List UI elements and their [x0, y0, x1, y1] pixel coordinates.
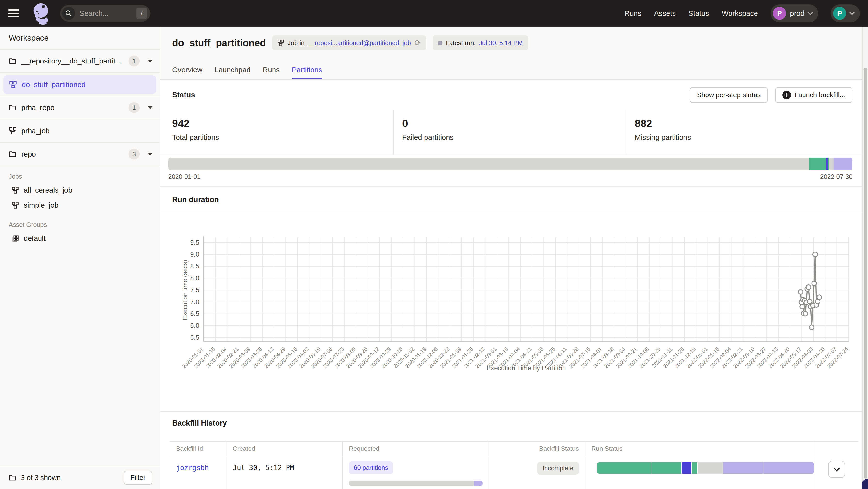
backfill-id-link[interactable]: jozrgsbh [176, 464, 209, 472]
nav-status[interactable]: Status [688, 9, 709, 18]
svg-text:6.5: 6.5 [190, 310, 199, 318]
sidebar-item-all-cereals-job[interactable]: all_cereals_job [0, 183, 159, 198]
stat-failed-partitions: 0 Failed partitions [394, 110, 626, 155]
sidebar-item-repository[interactable]: __repository__do_stuff_partitio... 1 [0, 50, 159, 73]
svg-text:8.5: 8.5 [190, 263, 199, 270]
nav-runs[interactable]: Runs [624, 9, 641, 18]
tab-overview[interactable]: Overview [172, 66, 203, 79]
tab-runs[interactable]: Runs [263, 66, 280, 79]
folder-icon [9, 150, 17, 158]
main-content: do_stuff_partitioned Job in __reposi...a… [160, 27, 862, 489]
col-created: Created [226, 442, 343, 456]
expand-caret-icon[interactable] [148, 60, 152, 63]
asset-group-icon [12, 235, 19, 242]
partition-start-date: 2020-01-01 [168, 173, 200, 181]
sidebar-item-prha-repo[interactable]: prha_repo 1 [0, 96, 159, 120]
job-icon [9, 81, 17, 89]
sidebar-item-simple-job[interactable]: simple_job [0, 198, 159, 213]
cell-actions [814, 456, 858, 489]
filter-button[interactable]: Filter [124, 470, 152, 485]
svg-text:Execution time (secs): Execution time (secs) [182, 260, 189, 320]
count-badge: 3 [128, 149, 140, 159]
run-status-dot-icon [438, 41, 442, 45]
cell-run-status [585, 456, 814, 489]
col-backfill-id: Backfill Id [170, 442, 226, 456]
latest-run-link[interactable]: Jul 30, 5:14 PM [479, 39, 523, 47]
cell-backfill-status: Incomplete [488, 456, 585, 489]
row-expand-button[interactable] [828, 461, 845, 478]
show-per-step-status-button[interactable]: Show per-step status [689, 87, 768, 103]
expand-caret-icon[interactable] [148, 106, 152, 109]
sidebar-title: Workspace [0, 27, 159, 50]
chevron-down-icon [834, 465, 840, 471]
launch-backfill-button[interactable]: Launch backfill... [775, 87, 852, 103]
svg-text:9.0: 9.0 [190, 251, 199, 258]
tab-launchpad[interactable]: Launchpad [215, 66, 250, 79]
status-buttons: Show per-step status Launch backfill... [689, 87, 852, 103]
topbar-right: Runs Assets Status Workspace P prod P [624, 4, 860, 22]
svg-text:Execution Time by Partition: Execution Time by Partition [486, 364, 566, 372]
tab-bar: Overview Launchpad Runs Partitions [172, 66, 322, 79]
svg-text:9.5: 9.5 [190, 239, 199, 246]
tab-partitions[interactable]: Partitions [292, 66, 322, 79]
folder-icon [9, 57, 17, 65]
user-menu[interactable]: P [831, 4, 860, 22]
topbar-left: Search... / [8, 2, 150, 25]
plus-circle-icon [782, 91, 791, 99]
deployment-switcher[interactable]: P prod [771, 4, 818, 22]
requested-progress-bar [349, 481, 483, 486]
requested-partitions-pill[interactable]: 60 partitions [349, 461, 393, 474]
partition-stats-row: 942 Total partitions 0 Failed partitions… [160, 110, 862, 155]
status-section-title: Status [172, 91, 689, 99]
partition-status-bar[interactable] [168, 158, 852, 170]
vertical-scrollbar [862, 27, 868, 489]
backfill-history-section: Backfill History Backfill Id Created Req… [160, 412, 862, 489]
expand-caret-icon[interactable] [148, 153, 152, 156]
job-icon [9, 127, 17, 135]
status-header-row: Status Show per-step status Launch backf… [160, 80, 862, 110]
page-header: do_stuff_partitioned Job in __reposi...a… [160, 27, 862, 80]
col-backfill-status: Backfill Status [488, 442, 585, 456]
job-location-link[interactable]: __reposi...artitioned@partitioned_job [308, 39, 411, 47]
deployment-avatar: P [773, 7, 786, 20]
folder-icon [9, 104, 17, 111]
dagster-logo-icon[interactable] [31, 2, 53, 25]
backfill-history-title: Backfill History [160, 412, 862, 427]
jobs-section: Jobs all_cereals_job simple_job [0, 166, 159, 214]
app-window: Search... / Runs Assets Status Workspace… [0, 0, 868, 489]
col-run-status: Run Status [585, 442, 814, 456]
nav-workspace[interactable]: Workspace [721, 9, 758, 18]
search-icon [62, 7, 75, 20]
run-status-bar[interactable] [597, 462, 814, 474]
asset-groups-section-label: Asset Groups [9, 221, 159, 229]
job-icon [277, 39, 284, 46]
sidebar-item-repo[interactable]: repo 3 [0, 143, 159, 166]
folder-icon [9, 474, 17, 482]
job-in-label: Job in [287, 39, 304, 47]
backfill-table: Backfill Id Created Requested Backfill S… [170, 441, 858, 489]
svg-text:5.5: 5.5 [190, 334, 199, 341]
nav-assets[interactable]: Assets [654, 9, 676, 18]
scrollbar-thumb[interactable] [864, 68, 867, 479]
hamburger-menu-icon[interactable] [8, 5, 24, 21]
chevron-down-icon [849, 9, 855, 15]
sidebar-item-do-stuff-partitioned-wrap: do_stuff_partitioned [0, 73, 159, 96]
table-row: jozrgsbh Jul 30, 5:12 PM 60 partitions 2… [170, 456, 858, 489]
execution-time-chart: 2020-01-012020-01-182020-02-042020-02-21… [182, 213, 858, 383]
sidebar-item-default-asset-group[interactable]: default [0, 231, 159, 246]
search-placeholder: Search... [75, 9, 136, 18]
svg-text:8.0: 8.0 [190, 274, 199, 282]
shown-count-text: 3 of 3 shown [21, 474, 119, 482]
count-badge: 1 [128, 102, 140, 113]
search-input[interactable]: Search... / [60, 5, 150, 22]
cell-requested: 60 partitions 2020-01-01 2022-07-30 [343, 456, 488, 489]
run-duration-chart: 2020-01-012020-01-182020-02-042020-02-21… [160, 213, 862, 412]
top-navbar: Search... / Runs Assets Status Workspace… [0, 0, 868, 27]
cell-created: Jul 30, 5:12 PM [226, 456, 343, 489]
stat-total-partitions: 942 Total partitions [160, 110, 394, 155]
reload-icon[interactable]: ⟳ [414, 38, 421, 47]
jobs-section-label: Jobs [9, 173, 159, 180]
sidebar-item-do-stuff-partitioned[interactable]: do_stuff_partitioned [3, 75, 156, 94]
run-duration-header: Run duration [160, 187, 862, 213]
sidebar-item-prha-job[interactable]: prha_job [0, 120, 159, 143]
